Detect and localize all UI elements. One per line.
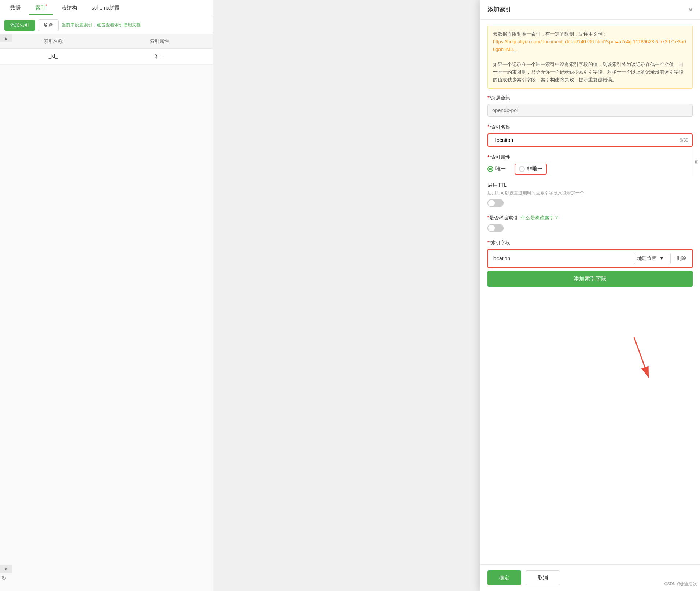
sparse-title: *是否稀疏索引: [487, 214, 518, 221]
warning-link[interactable]: https://help.aliyun.com/document_detail/…: [493, 39, 686, 52]
add-index-modal: 添加索引 × 云数据库限制唯一索引，有一定的限制，见详里文档： https://…: [480, 0, 700, 591]
collection-label: **所属合集: [487, 95, 693, 101]
modal-header: 添加索引 ×: [480, 0, 700, 20]
confirm-button[interactable]: 确定: [487, 570, 521, 585]
index-attr-label: **索引属性: [487, 154, 693, 161]
warning-text1: 云数据库限制唯一索引，有一定的限制，见详里文档：: [493, 31, 607, 37]
fields-label: **索引字段: [487, 239, 693, 246]
modal-close-button[interactable]: ×: [688, 6, 693, 14]
radio-non-unique-circle: [519, 166, 525, 172]
modal-title: 添加索引: [487, 6, 511, 14]
warning-box: 云数据库限制唯一索引，有一定的限制，见详里文档： https://help.al…: [487, 26, 693, 89]
radio-non-unique-label: 非唯一: [527, 166, 542, 172]
dropdown-chevron-icon: ▼: [659, 256, 664, 261]
modal-body: 云数据库限制唯一索引，有一定的限制，见详里文档： https://help.al…: [480, 20, 700, 564]
modal-overlay: 添加索引 × 云数据库限制唯一索引，有一定的限制，见详里文档： https://…: [0, 0, 700, 591]
index-name-section: **索引名称 9/30: [487, 124, 693, 147]
sparse-link[interactable]: 什么是稀疏索引？: [521, 214, 559, 221]
radio-unique-circle: [487, 166, 493, 172]
collection-section: **所属合集: [487, 95, 693, 117]
ttl-section: 启用TTL 启用后可以设置过期时间且索引字段只能添加一个: [487, 182, 693, 207]
field-row-1: 地理位置 ▼ 删除: [487, 249, 693, 268]
char-count: 9/30: [680, 137, 688, 143]
side-panel-indicator[interactable]: ◧: [693, 147, 700, 176]
index-name-label: **索引名称: [487, 124, 693, 131]
radio-unique-label: 唯一: [495, 166, 506, 172]
sparse-section: *是否稀疏索引 什么是稀疏索引？: [487, 214, 693, 232]
index-attr-section: **索引属性 唯一 非唯一: [487, 154, 693, 175]
add-field-button[interactable]: 添加索引字段: [487, 271, 693, 287]
field-delete-button[interactable]: 删除: [674, 254, 689, 263]
ttl-title: 启用TTL: [487, 182, 693, 188]
ttl-toggle[interactable]: [487, 199, 504, 207]
watermark: CSDN @混血哲次: [662, 580, 700, 588]
radio-group: 唯一 非唯一: [487, 164, 693, 175]
ttl-desc: 启用后可以设置过期时间且索引字段只能添加一个: [487, 190, 693, 196]
radio-non-unique[interactable]: 非唯一: [515, 164, 547, 175]
sparse-title-row: *是否稀疏索引 什么是稀疏索引？: [487, 214, 693, 221]
side-panel-icon: ◧: [695, 159, 699, 164]
radio-unique[interactable]: 唯一: [487, 166, 506, 172]
field-type-select[interactable]: 地理位置 ▼: [634, 253, 671, 264]
sparse-toggle[interactable]: [487, 224, 504, 232]
collection-input[interactable]: [487, 104, 693, 117]
field-name-input[interactable]: [491, 254, 631, 263]
cancel-button[interactable]: 取消: [526, 570, 560, 585]
warning-text2: 如果一个记录在一个唯一索引中没有索引字段的值，则该索引将为该记录存储一个空值。由…: [493, 62, 684, 82]
index-name-wrapper: 9/30: [487, 133, 693, 147]
index-name-input[interactable]: [487, 133, 693, 147]
field-type-label: 地理位置: [637, 255, 656, 262]
fields-section: **索引字段 地理位置 ▼ 删除 添加索引字段: [487, 239, 693, 294]
